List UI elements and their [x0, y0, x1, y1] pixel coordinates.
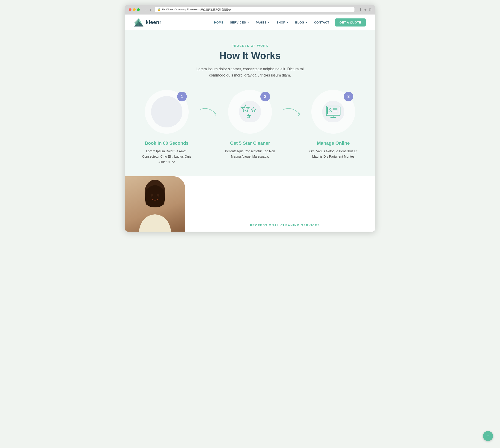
- step-3-title: Manage Online: [317, 141, 350, 146]
- nav-item-blog[interactable]: BLOG ▼: [292, 19, 310, 26]
- nav-link-services[interactable]: SERVICES ▼: [227, 19, 252, 26]
- browser-titlebar: ‹ › 🔒 file:///Users/janewang/Downloads/绿…: [125, 5, 375, 15]
- bottom-section: PROFESSIONAL CLEANING SERVICES: [125, 176, 375, 232]
- nav-item-pages[interactable]: PAGES ▼: [253, 19, 273, 26]
- step-1-title: Book In 60 Seconds: [145, 141, 189, 146]
- chevron-down-icon: ▼: [267, 21, 270, 24]
- step-3-desc: Orci Varius Natoque Penatibus Et Magnis …: [306, 149, 361, 159]
- lock-icon: 🔒: [158, 8, 161, 11]
- nav-item-home[interactable]: HOME: [211, 19, 226, 26]
- nav-link-home[interactable]: HOME: [211, 19, 226, 26]
- get-quote-button[interactable]: GET A QUOTE: [335, 18, 366, 27]
- nav-link-blog[interactable]: BLOG ▼: [292, 19, 310, 26]
- back-button[interactable]: ‹: [144, 8, 147, 12]
- close-dot[interactable]: [129, 8, 132, 11]
- bottom-right: PROFESSIONAL CLEANING SERVICES: [241, 176, 375, 232]
- nav-controls: ‹ ›: [144, 8, 152, 12]
- logo-text: kleenr: [146, 19, 161, 25]
- nav-item-shop[interactable]: SHOP ▼: [274, 19, 292, 26]
- step-3: 3 Manage Online Orci Varius Natoque Pena…: [301, 90, 366, 159]
- logo-icon: [134, 18, 143, 27]
- svg-point-19: [150, 194, 153, 197]
- scroll-top-button[interactable]: ↑: [483, 431, 493, 441]
- step-2: 2 Get 5 Star Cleaner Pellentesque Consec…: [217, 90, 282, 159]
- step-1-badge: 1: [177, 92, 187, 101]
- tabs-button[interactable]: ⧉: [369, 7, 371, 12]
- chevron-down-icon: ▼: [286, 21, 288, 24]
- new-tab-button[interactable]: +: [364, 7, 367, 12]
- section-description: Lorem ipsum dolor sit amet, consectetur …: [192, 66, 308, 78]
- nav-link-pages[interactable]: PAGES ▼: [253, 19, 273, 26]
- svg-point-4: [239, 101, 261, 122]
- address-bar[interactable]: 🔒 file:///Users/janewang/Downloads/绿色清爽的…: [155, 7, 354, 12]
- person-image: [132, 179, 178, 232]
- step-1-desc: Lorem Ipsum Dolor Sit Amet, Consectetur …: [139, 149, 194, 164]
- share-button[interactable]: ⬆: [359, 7, 362, 12]
- step-2-title: Get 5 Star Cleaner: [230, 141, 270, 146]
- step-1-icon: [150, 96, 183, 128]
- navbar: kleenr HOME SERVICES ▼ PAGES: [125, 15, 375, 30]
- step-1-circle: 1: [145, 90, 189, 134]
- logo[interactable]: kleenr: [134, 18, 161, 27]
- step-1: 1 Book In 60 Seconds Lorem Ipsum Dolor S…: [134, 90, 199, 164]
- step-2-circle: 2: [228, 90, 272, 134]
- arrow-1: [199, 108, 217, 119]
- nav-item-cta[interactable]: GET A QUOTE: [333, 18, 366, 27]
- svg-point-3: [151, 96, 183, 128]
- chevron-down-icon: ▼: [247, 21, 249, 24]
- process-section: PROCESS OF WORK How It Works Lorem ipsum…: [125, 30, 375, 176]
- browser-window: ‹ › 🔒 file:///Users/janewang/Downloads/绿…: [125, 5, 375, 232]
- svg-point-8: [322, 101, 344, 122]
- step-3-badge: 3: [344, 92, 353, 101]
- nav-links: HOME SERVICES ▼ PAGES ▼: [211, 18, 366, 27]
- stars-icon: [238, 101, 262, 122]
- step-2-desc: Pellentesque Consectetur Leo Non Magna A…: [222, 149, 278, 159]
- browser-action-buttons: ⬆ + ⧉: [359, 7, 371, 12]
- steps-container: 1 Book In 60 Seconds Lorem Ipsum Dolor S…: [134, 90, 366, 164]
- computer-icon: [322, 101, 345, 122]
- url-text: file:///Users/janewang/Downloads/绿色清爽的家政…: [162, 8, 233, 11]
- chevron-down-icon: ▼: [305, 21, 307, 24]
- section-subtitle: PROCESS OF WORK: [134, 44, 366, 48]
- professional-cleaning-label: PROFESSIONAL CLEANING SERVICES: [250, 224, 366, 227]
- nav-item-services[interactable]: SERVICES ▼: [227, 19, 252, 26]
- section-title: How It Works: [134, 50, 366, 61]
- nav-link-contact[interactable]: CONTACT: [311, 19, 332, 26]
- nav-link-shop[interactable]: SHOP ▼: [274, 19, 292, 26]
- bottom-left: [125, 176, 241, 232]
- page-content: kleenr HOME SERVICES ▼ PAGES: [125, 15, 375, 232]
- nav-item-contact[interactable]: CONTACT: [311, 19, 332, 26]
- window-controls: [129, 8, 140, 11]
- svg-point-20: [157, 194, 159, 197]
- forward-button[interactable]: ›: [149, 8, 152, 12]
- arrow-2: [283, 108, 301, 119]
- step-3-circle: 3: [311, 90, 355, 134]
- minimize-dot[interactable]: [133, 8, 136, 11]
- maximize-dot[interactable]: [137, 8, 140, 11]
